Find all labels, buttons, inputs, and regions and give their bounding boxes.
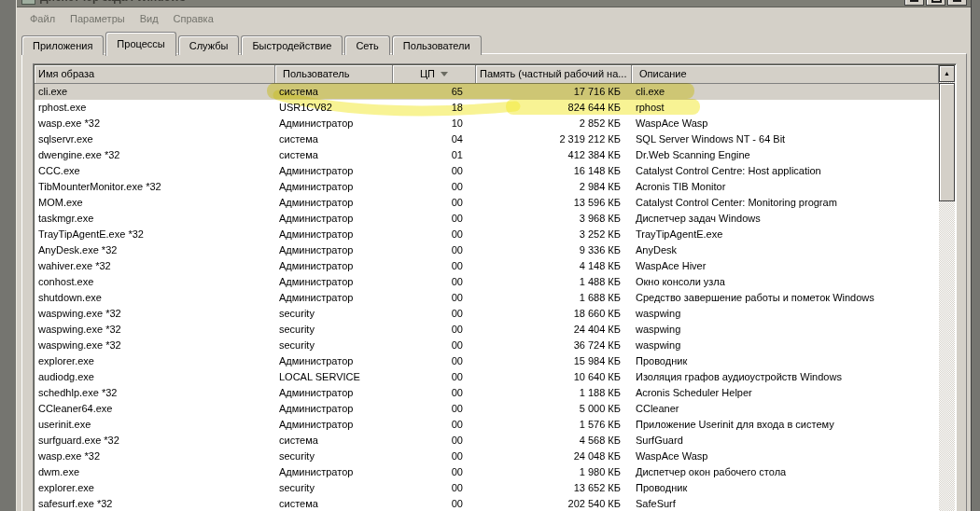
process-row[interactable]: wahiver.exe *32 Администратор 00 4 148 К… [35,258,939,274]
process-row[interactable]: wasp.exe *32 Администратор 10 2 852 КБ W… [35,116,939,131]
cell-description: Проводник [632,480,939,496]
process-row[interactable]: CCC.exe Администратор 00 16 148 КБ Catal… [35,163,939,179]
process-row[interactable]: waspwing.exe *32 security 00 24 404 КБ w… [35,322,939,338]
cell-image-name: wahiver.exe *32 [35,258,275,274]
cell-memory: 1 576 КБ [476,417,632,433]
cell-description: CCleaner [632,401,939,417]
cell-user: security [275,480,393,496]
column-header-description[interactable]: Описание [632,65,939,84]
minimize-button[interactable] [904,0,924,6]
menu-file[interactable]: Файл [22,10,63,27]
scroll-up-button[interactable]: ▲ [939,65,955,82]
cell-image-name: rphost.exe [35,100,275,116]
cell-user: Администратор [275,211,393,227]
process-row[interactable]: CCleaner64.exe Администратор 00 5 000 КБ… [35,401,939,417]
task-manager-window: Диспетчер задач Windows Файл Параметры В… [16,0,972,511]
scrollbar-thumb[interactable] [939,83,955,201]
cell-user: Администратор [275,353,393,369]
cell-cpu: 00 [393,211,476,227]
tab-processes[interactable]: Процессы [105,32,175,56]
column-header-label: Память (частный рабочий на... [480,65,626,83]
cell-user: система [275,131,393,147]
cell-user: система [275,147,393,163]
process-row[interactable]: sqlservr.exe система 04 2 319 212 КБ SQL… [35,131,939,147]
cell-cpu: 65 [393,84,476,100]
cell-image-name: CCleaner64.exe [35,401,275,417]
column-header-user[interactable]: Пользователь [275,65,393,84]
process-row[interactable]: safesurf.exe *32 система 00 202 540 КБ S… [35,496,939,511]
cell-memory: 412 384 КБ [476,147,632,163]
title-bar[interactable]: Диспетчер задач Windows [17,0,971,7]
cell-user: Администратор [275,290,393,306]
process-row[interactable]: TibMounterMonitor.exe *32 Администратор … [35,179,939,195]
cell-user: Администратор [275,385,393,401]
process-row[interactable]: schedhlp.exe *32 Администратор 00 1 188 … [35,385,939,401]
cell-cpu: 00 [393,242,476,258]
tab-network[interactable]: Сеть [344,35,389,55]
tab-services[interactable]: Службы [178,35,240,55]
window-controls [904,0,967,6]
process-row[interactable]: MOM.exe Администратор 00 13 596 КБ Catal… [35,195,939,211]
cell-description: WaspAce Wasp [632,449,939,464]
menu-bar: Файл Параметры Вид Справка [17,7,971,30]
tab-users[interactable]: Пользователи [392,35,482,55]
process-row[interactable]: surfguard.exe *32 система 00 4 568 КБ Su… [35,433,939,449]
close-button[interactable] [947,0,967,6]
column-header-label: ЦП [420,65,435,83]
tab-applications[interactable]: Приложения [21,35,104,55]
cell-cpu: 04 [393,131,476,147]
column-header-cpu[interactable]: ЦП [393,65,476,84]
cell-image-name: AnyDesk.exe *32 [35,242,275,258]
cell-cpu: 00 [393,353,476,369]
column-header-memory[interactable]: Память (частный рабочий на... [476,65,632,84]
cell-memory: 1 980 КБ [476,464,632,480]
cell-user: security [275,449,393,464]
cell-image-name: safesurf.exe *32 [35,496,275,511]
process-row[interactable]: explorer.exe security 00 13 652 КБ Прово… [35,480,939,496]
cell-memory: 24 048 КБ [476,449,632,464]
process-row[interactable]: dwengine.exe *32 система 01 412 384 КБ D… [35,147,939,163]
cell-image-name: explorer.exe [35,480,275,496]
up-arrow-icon: ▲ [940,66,954,81]
menu-view[interactable]: Вид [133,10,166,27]
cell-description: Приложение Userinit для входа в систему [632,417,939,433]
tab-performance[interactable]: Быстродействие [241,35,343,55]
cell-cpu: 00 [393,274,476,290]
process-row[interactable]: cli.exe система 65 17 716 КБ cli.exe [35,84,939,100]
cell-cpu: 00 [393,433,476,449]
sort-descending-icon [441,72,448,76]
process-row[interactable]: waspwing.exe *32 security 00 18 660 КБ w… [35,306,939,322]
cell-memory: 36 724 КБ [476,338,632,353]
process-row[interactable]: shutdown.exe Администратор 00 1 688 КБ С… [35,290,939,306]
cell-description: Диспетчер окон рабочего стола [632,464,939,480]
cell-image-name: waspwing.exe *32 [35,306,275,322]
process-row[interactable]: conhost.exe Администратор 00 1 488 КБ Ок… [35,274,939,290]
cell-image-name: surfguard.exe *32 [35,433,275,449]
cell-cpu: 00 [393,449,476,464]
cell-image-name: conhost.exe [35,274,275,290]
process-row[interactable]: waspwing.exe *32 security 00 36 724 КБ w… [35,338,939,353]
cell-user: Администратор [275,242,393,258]
cell-cpu: 00 [393,338,476,353]
process-row[interactable]: explorer.exe Администратор 00 15 984 КБ … [35,353,939,369]
cell-memory: 824 644 КБ [476,100,632,116]
cell-memory: 10 640 КБ [476,369,632,385]
process-row[interactable]: userinit.exe Администратор 00 1 576 КБ П… [35,417,939,433]
cell-description: Acronis TIB Monitor [632,179,939,195]
vertical-scrollbar[interactable]: ▲ [939,65,955,511]
menu-options[interactable]: Параметры [63,10,133,27]
process-row[interactable]: TrayTipAgentE.exe *32 Администратор 00 3… [35,227,939,242]
cell-memory: 202 540 КБ [476,496,632,511]
process-row[interactable]: taskmgr.exe Администратор 00 3 968 КБ Ди… [35,211,939,227]
maximize-button[interactable] [926,0,945,6]
cell-memory: 2 852 КБ [476,116,632,131]
process-row[interactable]: wasp.exe *32 security 00 24 048 КБ WaspA… [35,449,939,464]
cell-cpu: 00 [393,258,476,274]
menu-help[interactable]: Справка [166,10,221,27]
cell-user: LOCAL SERVICE [275,369,393,385]
process-row[interactable]: audiodg.exe LOCAL SERVICE 00 10 640 КБ И… [35,369,939,385]
process-row[interactable]: AnyDesk.exe *32 Администратор 00 9 336 К… [35,242,939,258]
column-header-image-name[interactable]: Имя образа [35,65,275,84]
process-row[interactable]: dwm.exe Администратор 00 1 980 КБ Диспет… [35,464,939,480]
process-row[interactable]: rphost.exe USR1CV82 18 824 644 КБ rphost [35,100,939,116]
